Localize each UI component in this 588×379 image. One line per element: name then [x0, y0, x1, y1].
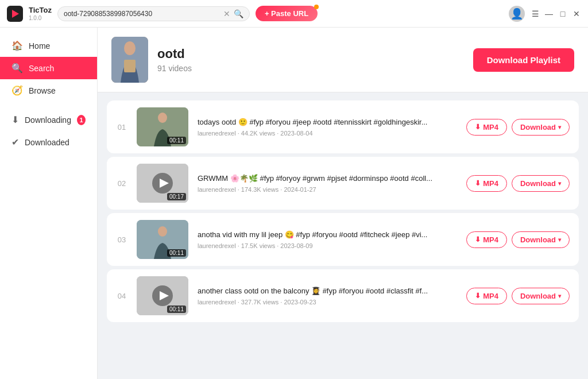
video-title: another class ootd on the balcony 👩‍🎓 #f…	[198, 286, 450, 296]
chevron-down-icon: ▾	[558, 124, 561, 130]
playlist-header: ootd 91 videos Download Playlist	[98, 28, 588, 92]
svg-point-5	[158, 113, 167, 123]
download-label: Download	[520, 179, 556, 188]
download-button[interactable]: Download ▾	[512, 231, 570, 248]
titlebar: TicToz 1.0.0 ootd-7290885389987056430 ✕ …	[0, 0, 588, 28]
video-item: 04 00:11 another class ootd on the balco…	[107, 269, 579, 322]
video-info: GRWMM 🌸🌴🌿 #fyp #foryoy #grwm #pjset #dor…	[198, 173, 457, 193]
sidebar-item-label: Search	[29, 64, 54, 73]
content-area: ootd 91 videos Download Playlist 01 00:1…	[98, 28, 588, 379]
sidebar: 🏠 Home 🔍 Search 🧭 Browse ⬇ Downloading 1…	[0, 28, 98, 379]
video-number: 01	[116, 123, 127, 132]
mp4-label: MP4	[483, 123, 498, 132]
download-label: Download	[520, 292, 556, 300]
sidebar-item-downloading[interactable]: ⬇ Downloading 1	[0, 109, 97, 131]
url-clear-icon[interactable]: ✕	[223, 9, 230, 18]
paste-url-button[interactable]: + Paste URL	[256, 6, 318, 21]
mp4-button[interactable]: ⬇ MP4	[466, 119, 507, 136]
home-icon: 🏠	[11, 40, 23, 51]
video-title: anotha vid with my lil jeep 😋 #fyp #fory…	[198, 230, 450, 240]
video-actions: ⬇ MP4 Download ▾	[466, 119, 570, 136]
video-duration: 00:11	[167, 249, 186, 257]
browse-icon: 🧭	[11, 85, 23, 96]
video-actions: ⬇ MP4 Download ▾	[466, 288, 570, 304]
download-small-icon: ⬇	[475, 123, 481, 131]
maximize-button[interactable]: □	[558, 9, 567, 18]
playlist-name: ootd	[157, 47, 464, 61]
download-playlist-button[interactable]: Download Playlist	[473, 48, 574, 72]
svg-rect-2	[124, 60, 136, 72]
video-meta: laurenedrexel · 44.2K views · 2023-08-04	[198, 130, 457, 137]
playlist-info: ootd 91 videos	[157, 47, 464, 73]
video-duration: 00:17	[167, 193, 186, 200]
video-info: another class ootd on the balcony 👩‍🎓 #f…	[198, 286, 457, 305]
app-logo	[7, 6, 23, 22]
video-number: 03	[116, 235, 127, 244]
video-info: todays ootd 🙂 #fyp #foryou #jeep #ootd #…	[198, 117, 457, 137]
video-list: 01 00:11 todays ootd 🙂 #fyp #foryou #jee…	[98, 92, 588, 379]
sidebar-item-label: Downloaded	[25, 138, 69, 147]
mp4-button[interactable]: ⬇ MP4	[466, 288, 507, 304]
video-thumbnail: 00:11	[137, 276, 188, 315]
download-small-icon: ⬇	[475, 292, 481, 300]
playlist-thumb-svg	[111, 37, 148, 83]
app-version: 1.0.0	[29, 15, 52, 21]
sidebar-item-label: Downloading	[25, 115, 71, 125]
app-name: TicToz 1.0.0	[29, 6, 52, 21]
svg-point-1	[124, 41, 136, 55]
video-title: todays ootd 🙂 #fyp #foryou #jeep #ootd #…	[198, 117, 450, 127]
paste-btn-indicator	[314, 5, 319, 9]
avatar[interactable]: 👤	[509, 6, 525, 22]
downloading-badge: 1	[77, 115, 86, 125]
sidebar-item-downloaded[interactable]: ✔ Downloaded	[0, 131, 97, 153]
minimize-button[interactable]: —	[544, 9, 554, 18]
sidebar-item-search[interactable]: 🔍 Search	[0, 57, 97, 79]
sidebar-item-browse[interactable]: 🧭 Browse	[0, 79, 97, 102]
nav-gap	[0, 102, 97, 109]
video-meta: laurenedrexel · 174.3K views · 2024-01-2…	[198, 186, 457, 193]
video-item: 02 00:17 GRWMM 🌸🌴🌿 #fyp #foryoy #grwm #p…	[107, 157, 579, 210]
sidebar-item-home[interactable]: 🏠 Home	[0, 34, 97, 57]
close-button[interactable]: ✕	[572, 9, 581, 18]
mp4-button[interactable]: ⬇ MP4	[466, 231, 507, 248]
sidebar-item-label: Home	[29, 41, 50, 51]
download-small-icon: ⬇	[475, 235, 481, 243]
video-number: 02	[116, 179, 127, 188]
video-duration: 00:11	[167, 305, 186, 313]
video-duration: 00:11	[167, 137, 186, 144]
avatar-icon: 👤	[510, 7, 523, 20]
mp4-button[interactable]: ⬇ MP4	[466, 175, 507, 192]
video-meta: laurenedrexel · 17.5K views · 2023-08-09	[198, 242, 457, 249]
download-button[interactable]: Download ▾	[512, 119, 570, 136]
video-meta: laurenedrexel · 327.7K views · 2023-09-2…	[198, 299, 457, 305]
playlist-thumbnail	[111, 37, 148, 83]
video-item: 01 00:11 todays ootd 🙂 #fyp #foryou #jee…	[107, 100, 579, 153]
app-title: TicToz	[29, 6, 52, 15]
video-title: GRWMM 🌸🌴🌿 #fyp #foryoy #grwm #pjset #dor…	[198, 173, 450, 184]
main-layout: 🏠 Home 🔍 Search 🧭 Browse ⬇ Downloading 1…	[0, 28, 588, 379]
mp4-label: MP4	[483, 292, 498, 300]
chevron-down-icon: ▾	[558, 180, 561, 187]
url-search-icon[interactable]: 🔍	[234, 9, 243, 18]
download-label: Download	[520, 123, 556, 132]
downloaded-icon: ✔	[11, 137, 19, 148]
url-bar[interactable]: ootd-7290885389987056430 ✕ 🔍	[57, 6, 250, 21]
video-info: anotha vid with my lil jeep 😋 #fyp #fory…	[198, 230, 457, 249]
url-text: ootd-7290885389987056430	[64, 10, 220, 18]
download-button[interactable]: Download ▾	[512, 175, 570, 192]
video-actions: ⬇ MP4 Download ▾	[466, 231, 570, 248]
window-controls: ☰ — □ ✕	[531, 9, 581, 18]
video-thumbnail: 00:17	[137, 164, 188, 203]
app-logo-play-icon	[12, 10, 19, 18]
video-number: 04	[116, 292, 127, 300]
download-label: Download	[520, 235, 556, 244]
playlist-count: 91 videos	[157, 64, 464, 73]
search-icon: 🔍	[11, 63, 23, 74]
mp4-label: MP4	[483, 179, 498, 188]
download-button[interactable]: Download ▾	[512, 288, 570, 304]
video-actions: ⬇ MP4 Download ▾	[466, 175, 570, 192]
menu-icon[interactable]: ☰	[531, 9, 540, 18]
sidebar-item-label: Browse	[29, 86, 56, 95]
chevron-down-icon: ▾	[558, 237, 561, 243]
mp4-label: MP4	[483, 235, 498, 244]
